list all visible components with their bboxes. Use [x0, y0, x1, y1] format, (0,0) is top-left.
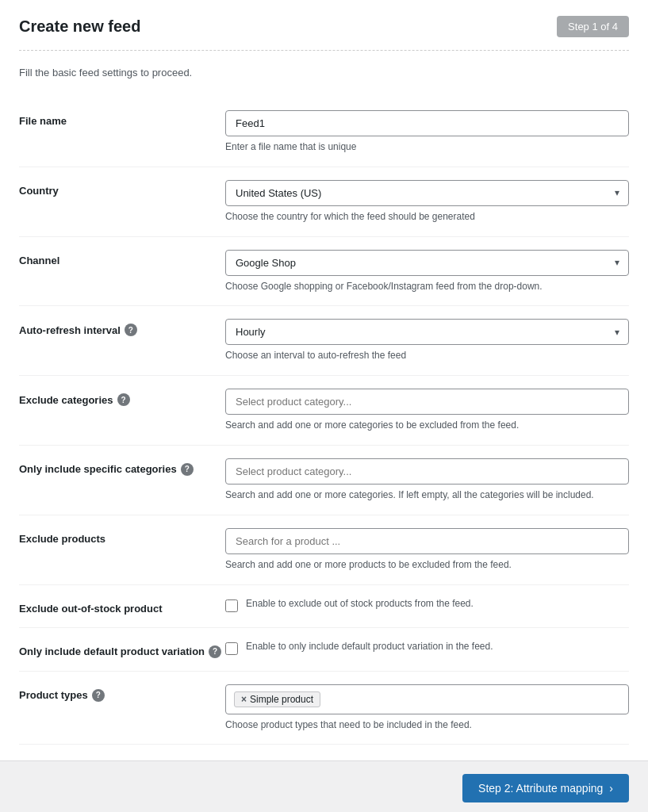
exclude-oos-checkbox-label: Enable to exclude out of stock products … [246, 598, 474, 609]
file-name-row: File name Enter a file name that is uniq… [19, 98, 629, 167]
exclude-categories-input[interactable] [225, 389, 629, 415]
auto-refresh-row: Auto-refresh interval ? Hourly Daily Wee… [19, 306, 629, 376]
product-types-control: × Simple product Choose product types th… [225, 684, 629, 732]
exclude-categories-hint: Search and add one or more categories to… [225, 419, 629, 432]
include-categories-input[interactable] [225, 458, 629, 485]
product-types-row: Product types ? × Simple product Choose … [19, 672, 629, 745]
auto-refresh-label: Auto-refresh interval ? [19, 324, 225, 336]
exclude-products-label-col: Exclude products [19, 528, 225, 545]
include-categories-help-icon[interactable]: ? [181, 463, 194, 476]
file-name-label-col: File name [19, 110, 225, 127]
country-select[interactable]: United States (US) United Kingdom (UK) C… [225, 180, 629, 206]
default-variation-label: Only include default product variation ? [19, 645, 225, 658]
channel-row: Channel Google Shop Facebook/Instagram ▾… [19, 237, 629, 307]
file-name-control: Enter a file name that is unique [225, 110, 629, 154]
subtitle: Fill the basic feed settings to proceed. [19, 67, 629, 79]
exclude-oos-row: Exclude out-of-stock product Enable to e… [19, 585, 629, 628]
country-row: Country United States (US) United Kingdo… [19, 167, 629, 237]
footer-bar: Step 2: Attribute mapping › [0, 760, 648, 812]
auto-refresh-label-col: Auto-refresh interval ? [19, 319, 225, 336]
include-categories-label-col: Only include specific categories ? [19, 458, 225, 476]
include-categories-row: Only include specific categories ? Searc… [19, 446, 629, 515]
file-name-input[interactable] [225, 110, 629, 136]
default-variation-control: Enable to only include default product v… [225, 641, 629, 655]
auto-refresh-hint: Choose an interval to auto-refresh the f… [225, 349, 629, 362]
default-variation-row: Only include default product variation ?… [19, 628, 629, 672]
product-types-help-icon[interactable]: ? [92, 689, 105, 702]
exclude-products-label: Exclude products [19, 533, 225, 545]
default-variation-label-col: Only include default product variation ? [19, 641, 225, 658]
product-types-label-col: Product types ? [19, 684, 225, 702]
exclude-oos-label-col: Exclude out-of-stock product [19, 598, 225, 615]
channel-label: Channel [19, 255, 225, 266]
default-variation-checkbox-label: Enable to only include default product v… [246, 641, 493, 652]
exclude-oos-checkbox-row: Enable to exclude out of stock products … [225, 598, 629, 612]
auto-refresh-control: Hourly Daily Weekly ▾ Choose an interval… [225, 319, 629, 362]
auto-refresh-help-icon[interactable]: ? [125, 324, 137, 336]
channel-label-col: Channel [19, 250, 225, 266]
page-header: Create new feed Step 1 of 4 [19, 16, 629, 51]
exclude-products-row: Exclude products Search and add one or m… [19, 515, 629, 585]
exclude-categories-label: Exclude categories ? [19, 393, 225, 406]
include-categories-label: Only include specific categories ? [19, 463, 225, 476]
product-type-tag-label: Simple product [250, 694, 313, 705]
product-type-tag-simple: × Simple product [234, 691, 320, 707]
file-name-hint: Enter a file name that is unique [225, 140, 629, 154]
product-types-hint: Choose product types that need to be inc… [225, 718, 629, 732]
country-control: United States (US) United Kingdom (UK) C… [225, 180, 629, 224]
default-variation-checkbox[interactable] [225, 642, 238, 655]
country-label: Country [19, 185, 225, 197]
page-wrapper: Create new feed Step 1 of 4 Fill the bas… [0, 0, 648, 812]
include-categories-hint: Search and add one or more categories. I… [225, 488, 629, 502]
exclude-categories-help-icon[interactable]: ? [117, 393, 130, 406]
exclude-oos-label: Exclude out-of-stock product [19, 603, 225, 615]
product-types-label: Product types ? [19, 689, 225, 702]
exclude-oos-control: Enable to exclude out of stock products … [225, 598, 629, 612]
exclude-products-control: Search and add one or more products to b… [225, 528, 629, 572]
country-label-col: Country [19, 180, 225, 197]
file-name-label: File name [19, 115, 225, 127]
next-step-button[interactable]: Step 2: Attribute mapping › [462, 774, 629, 802]
auto-refresh-select[interactable]: Hourly Daily Weekly [225, 319, 629, 345]
channel-select[interactable]: Google Shop Facebook/Instagram [225, 250, 629, 276]
country-hint: Choose the country for which the feed sh… [225, 210, 629, 224]
exclude-categories-row: Exclude categories ? Search and add one … [19, 376, 629, 446]
product-types-tag-input[interactable]: × Simple product [225, 684, 629, 714]
page-title: Create new feed [19, 17, 140, 36]
next-step-button-label: Step 2: Attribute mapping [478, 782, 603, 795]
channel-hint: Choose Google shopping or Facebook/Insta… [225, 280, 629, 293]
channel-select-wrapper: Google Shop Facebook/Instagram ▾ [225, 250, 629, 276]
next-step-button-arrow: › [609, 782, 613, 795]
channel-control: Google Shop Facebook/Instagram ▾ Choose … [225, 250, 629, 293]
default-variation-help-icon[interactable]: ? [209, 645, 221, 658]
country-select-wrapper: United States (US) United Kingdom (UK) C… [225, 180, 629, 206]
main-content: Create new feed Step 1 of 4 Fill the bas… [0, 0, 648, 760]
form-section: File name Enter a file name that is uniq… [19, 98, 629, 745]
exclude-products-input[interactable] [225, 528, 629, 554]
exclude-oos-checkbox[interactable] [225, 599, 238, 612]
include-categories-control: Search and add one or more categories. I… [225, 458, 629, 502]
exclude-categories-label-col: Exclude categories ? [19, 389, 225, 406]
product-type-tag-remove[interactable]: × [241, 694, 247, 705]
exclude-products-hint: Search and add one or more products to b… [225, 558, 629, 572]
step-badge: Step 1 of 4 [557, 16, 629, 37]
exclude-categories-control: Search and add one or more categories to… [225, 389, 629, 432]
default-variation-checkbox-row: Enable to only include default product v… [225, 641, 629, 655]
auto-refresh-select-wrapper: Hourly Daily Weekly ▾ [225, 319, 629, 345]
